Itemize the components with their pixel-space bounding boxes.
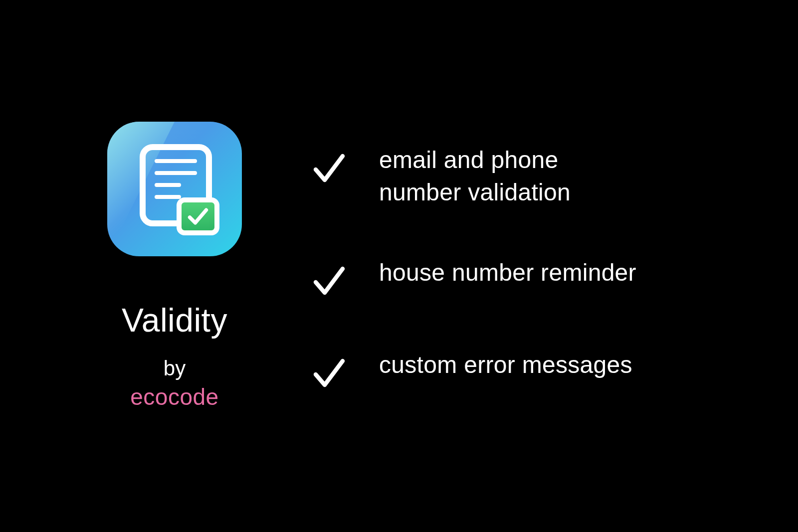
left-column: Validity by ecocode [90,122,259,410]
vendor-name: ecocode [130,383,218,410]
doc-line [155,159,197,163]
promo-container: Validity by ecocode email and phone numb… [0,122,798,410]
checkmark-icon [309,261,349,301]
doc-line [155,183,181,187]
feature-item: custom error messages [309,349,708,393]
doc-line [155,195,181,199]
feature-item: email and phone number validation [309,144,708,209]
feature-text: email and phone number validation [379,144,638,209]
checkmark-icon [309,148,349,188]
doc-line [155,171,197,175]
feature-list: email and phone number validation house … [309,122,708,410]
checkmark-badge-icon [177,197,219,235]
checkmark-icon [309,353,349,393]
feature-text: custom error messages [379,349,632,381]
app-icon [107,122,242,256]
by-label: by [164,356,186,380]
feature-item: house number reminder [309,257,708,301]
product-title: Validity [122,301,227,339]
feature-text: house number reminder [379,257,636,289]
